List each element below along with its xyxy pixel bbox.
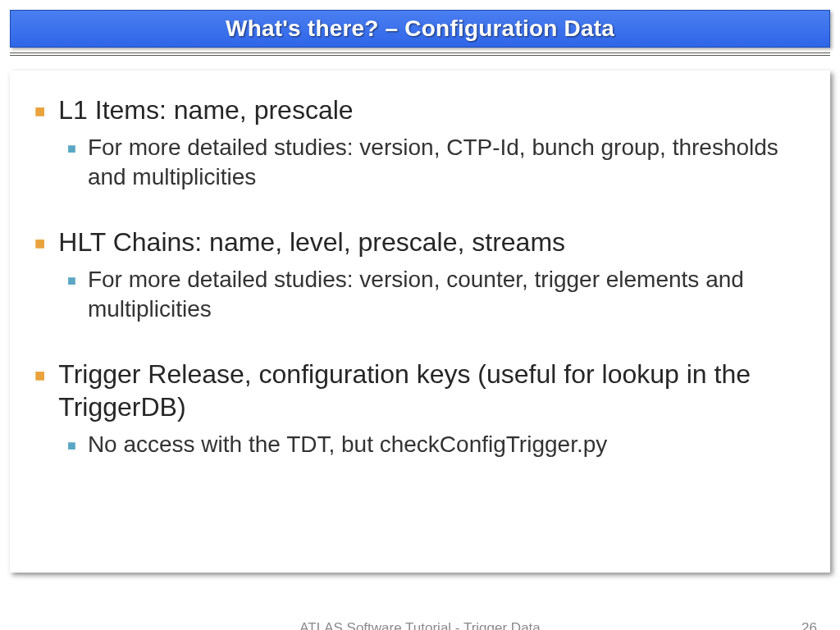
main-bullet-line: ■ HLT Chains: name, level, prescale, str… [34,226,806,258]
square-bullet-icon: ■ [34,364,45,387]
square-bullet-icon: ■ [67,139,76,158]
square-bullet-icon: ■ [34,232,45,255]
main-bullet-text: HLT Chains: name, level, prescale, strea… [58,226,565,258]
square-bullet-icon: ■ [67,272,76,290]
sub-bullet-line: ■ For more detailed studies: version, CT… [67,133,806,193]
bullet-item: ■ Trigger Release, configuration keys (u… [34,358,806,459]
main-bullet-line: ■ Trigger Release, configuration keys (u… [34,358,806,423]
title-divider [10,52,830,56]
square-bullet-icon: ■ [34,100,45,123]
main-bullet-text: L1 Items: name, prescale [58,94,353,126]
sub-bullet-text: For more detailed studies: version, CTP-… [88,133,806,193]
slide-title: What's there? – Configuration Data [226,16,614,41]
square-bullet-icon: ■ [67,436,76,455]
sub-bullet-line: ■ For more detailed studies: version, co… [67,265,806,325]
sub-bullet-text: No access with the TDT, but checkConfigT… [88,430,607,459]
footer-text: ATLAS Software Tutorial - Trigger Data [299,620,541,630]
sub-bullet-line: ■ No access with the TDT, but checkConfi… [67,430,806,459]
slide-title-bar: What's there? – Configuration Data [10,10,830,48]
bullet-item: ■ HLT Chains: name, level, prescale, str… [34,226,806,325]
content-box: ■ L1 Items: name, prescale ■ For more de… [10,71,830,573]
bullet-item: ■ L1 Items: name, prescale ■ For more de… [34,94,806,193]
main-bullet-text: Trigger Release, configuration keys (use… [58,358,806,423]
main-bullet-line: ■ L1 Items: name, prescale [34,94,806,126]
page-number: 26 [801,620,817,630]
sub-bullet-text: For more detailed studies: version, coun… [88,265,806,325]
